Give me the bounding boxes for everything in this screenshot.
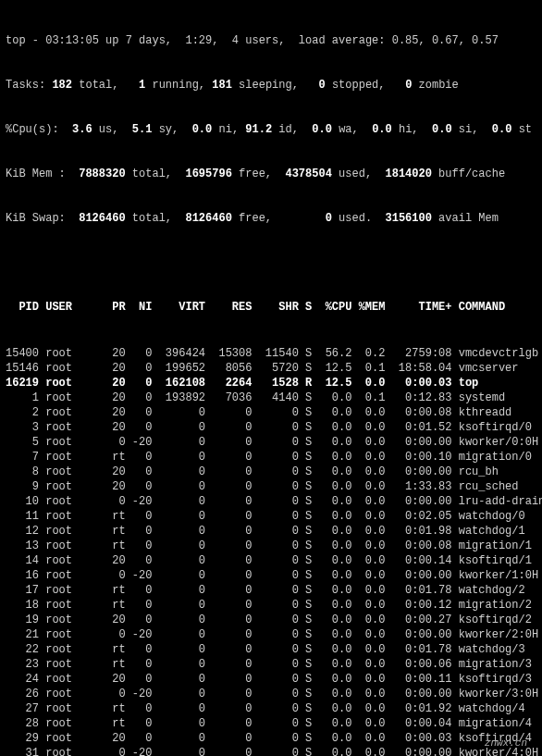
process-row: 10 root 0 -20 0 0 0 S 0.0 0.0 0:00.00 lr… [6,494,536,509]
summary-line-mem: KiB Mem : 7888320 total, 1695796 free, 4… [6,167,536,181]
process-row: 9 root 20 0 0 0 0 S 0.0 0.0 1:33.83 rcu_… [6,479,536,494]
process-table-header: PID USER PR NI VIRT RES SHR S %CPU %MEM … [6,300,536,315]
process-table-body: 15400 root 20 0 396424 15308 11540 S 56.… [6,346,536,756]
process-row: 7 root rt 0 0 0 0 S 0.0 0.0 0:00.10 migr… [6,450,536,465]
blank-line [6,255,536,270]
process-row: 22 root rt 0 0 0 0 S 0.0 0.0 0:01.78 wat… [6,642,536,657]
process-row: 1 root 20 0 193892 7036 4140 S 0.0 0.1 0… [6,390,536,405]
process-row: 8 root 20 0 0 0 0 S 0.0 0.0 0:00.00 rcu_… [6,465,536,479]
process-row: 16 root 0 -20 0 0 0 S 0.0 0.0 0:00.00 kw… [6,568,536,583]
process-row: 5 root 0 -20 0 0 0 S 0.0 0.0 0:00.00 kwo… [6,435,536,450]
process-row: 13 root rt 0 0 0 0 S 0.0 0.0 0:00.08 mig… [6,539,536,553]
process-row: 23 root rt 0 0 0 0 S 0.0 0.0 0:00.06 mig… [6,657,536,672]
process-row: 12 root rt 0 0 0 0 S 0.0 0.0 0:01.98 wat… [6,524,536,539]
process-row: 14 root 20 0 0 0 0 S 0.0 0.0 0:00.14 kso… [6,553,536,568]
process-row: 17 root rt 0 0 0 0 S 0.0 0.0 0:01.78 wat… [6,583,536,598]
process-row: 15146 root 20 0 199652 8056 5720 S 12.5 … [6,361,536,376]
process-row: 21 root 0 -20 0 0 0 S 0.0 0.0 0:00.00 kw… [6,627,536,642]
terminal-output[interactable]: top - 03:13:05 up 7 days, 1:29, 4 users,… [0,0,542,756]
process-row: 24 root 20 0 0 0 0 S 0.0 0.0 0:00.11 kso… [6,672,536,687]
process-row: 16219 root 20 0 162108 2264 1528 R 12.5 … [6,376,536,390]
process-row: 11 root rt 0 0 0 0 S 0.0 0.0 0:02.05 wat… [6,509,536,524]
summary-line-tasks: Tasks: 182 total, 1 running, 181 sleepin… [6,78,536,93]
summary-line-cpu: %Cpu(s): 3.6 us, 5.1 sy, 0.0 ni, 91.2 id… [6,122,536,137]
process-row: 3 root 20 0 0 0 0 S 0.0 0.0 0:01.52 ksof… [6,420,536,435]
process-row: 29 root 20 0 0 0 0 S 0.0 0.0 0:00.03 kso… [6,731,536,746]
process-row: 27 root rt 0 0 0 0 S 0.0 0.0 0:01.92 wat… [6,701,536,716]
process-row: 2 root 20 0 0 0 0 S 0.0 0.0 0:00.08 kthr… [6,405,536,420]
process-row: 19 root 20 0 0 0 0 S 0.0 0.0 0:00.27 kso… [6,613,536,627]
process-row: 31 root 0 -20 0 0 0 S 0.0 0.0 0:00.00 kw… [6,746,536,756]
process-row: 26 root 0 -20 0 0 0 S 0.0 0.0 0:00.00 kw… [6,687,536,701]
summary-line-swap: KiB Swap: 8126460 total, 8126460 free, 0… [6,211,536,226]
process-row: 15400 root 20 0 396424 15308 11540 S 56.… [6,346,536,361]
process-row: 18 root rt 0 0 0 0 S 0.0 0.0 0:00.12 mig… [6,598,536,613]
summary-line-uptime: top - 03:13:05 up 7 days, 1:29, 4 users,… [6,33,536,48]
process-row: 28 root rt 0 0 0 0 S 0.0 0.0 0:00.04 mig… [6,716,536,731]
